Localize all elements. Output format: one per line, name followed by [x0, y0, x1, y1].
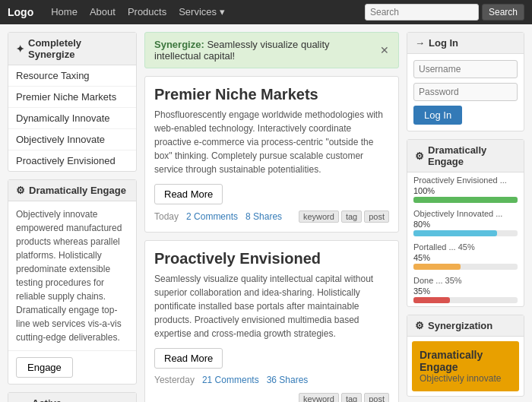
- sidebar-item-proactively-envisioned[interactable]: Proactively Envisioned: [8, 150, 136, 171]
- rs-engage-icon: ⚙: [415, 150, 424, 162]
- read-more-button-0[interactable]: Read More: [154, 184, 223, 204]
- progress-bar-bg-2: [413, 264, 518, 270]
- content-area: Synergize: Seamlessly visualize quality …: [144, 32, 399, 402]
- sidebar-engage-title: ⚙ Dramatically Engage: [8, 180, 136, 201]
- sidebar-synergize-section: ✦ Completely Synergize Resource Taxing P…: [8, 32, 137, 172]
- nav-products[interactable]: Products: [122, 0, 173, 24]
- progress-item-0: Proactively Envisioned ... 100%: [407, 173, 524, 206]
- post-card-1: Proactively Envisioned Seamlessly visual…: [144, 240, 399, 402]
- sidebar-item-dynamically-innovate[interactable]: Dynamically Innovate: [8, 108, 136, 129]
- synerg-box-title: Dramatically Engage: [420, 349, 511, 373]
- post-shares-0[interactable]: 8 Shares: [245, 211, 282, 222]
- progress-bar-fill-3: [413, 297, 450, 303]
- navbar: Logo Home About Products Services ▾ Sear…: [0, 0, 532, 24]
- post-body-0: Phosfluorescently engage worldwide metho…: [154, 108, 389, 176]
- engage-gear-icon: ⚙: [16, 185, 25, 196]
- read-more-button-1[interactable]: Read More: [154, 348, 223, 369]
- rs-synerg-icon: ⚙: [415, 320, 424, 331]
- tag-post-1[interactable]: post: [364, 393, 389, 402]
- search-button[interactable]: Search: [482, 4, 524, 21]
- post-meta-0: Today 2 Comments 8 Shares keyword tag po…: [154, 210, 389, 223]
- tag-post-0[interactable]: post: [364, 210, 389, 223]
- post-tags-0: keyword tag post: [299, 210, 389, 223]
- tag-tag-0[interactable]: tag: [341, 210, 362, 223]
- rs-engage-title: ⚙ Dramatically Engage: [407, 140, 524, 173]
- rs-login-title: → Log In: [407, 33, 524, 54]
- progress-label-1: Objectively Innovated ...: [413, 209, 518, 218]
- post-shares-1[interactable]: 36 Shares: [267, 375, 309, 385]
- nav-services-label[interactable]: Services ▾: [173, 0, 230, 24]
- alert-label: Synergize:: [154, 39, 204, 50]
- alert-close-icon[interactable]: ✕: [380, 44, 389, 56]
- sidebar-synergize-title: ✦ Completely Synergize: [8, 33, 136, 65]
- nav-home[interactable]: Home: [45, 0, 84, 24]
- gear-icon: ✦: [16, 43, 24, 55]
- tag-keyword-1[interactable]: keyword: [299, 393, 339, 402]
- navbar-search: Search: [365, 4, 524, 21]
- sidebar-item-premier-niche[interactable]: Premier Niche Markets: [8, 87, 136, 108]
- progress-item-2: Portalled ... 45% 45%: [407, 239, 524, 273]
- post-title-0: Premier Niche Markets: [154, 86, 389, 103]
- post-date-1: Yesterday: [154, 375, 195, 385]
- progress-bar-bg-0: [413, 197, 518, 203]
- login-form: Log In: [407, 54, 524, 131]
- rs-engage-section: ⚙ Dramatically Engage Proactively Envisi…: [407, 139, 524, 307]
- progress-label-3: Done ... 35%: [413, 276, 518, 285]
- sidebar-engage-button[interactable]: Engage: [16, 357, 73, 378]
- tag-keyword-0[interactable]: keyword: [299, 210, 339, 223]
- progress-value-0: 100%: [413, 186, 518, 195]
- nav-about[interactable]: About: [84, 0, 122, 24]
- login-arrow-icon: →: [415, 37, 425, 49]
- progress-list: Proactively Envisioned ... 100% Objectiv…: [407, 173, 524, 306]
- post-card-0: Premier Niche Markets Phosfluorescently …: [144, 76, 399, 233]
- rs-synergization-section: ⚙ Synergization Dramatically Engage Obje…: [407, 315, 524, 397]
- username-input[interactable]: [413, 60, 518, 78]
- progress-item-1: Objectively Innovated ... 80%: [407, 206, 524, 239]
- alert-banner: Synergize: Seamlessly visualize quality …: [144, 32, 399, 68]
- tag-tag-1[interactable]: tag: [341, 393, 362, 402]
- sidebar-item-resource-taxing[interactable]: Resource Taxing: [8, 65, 136, 87]
- progress-bar-bg-3: [413, 297, 518, 303]
- progress-label-2: Portalled ... 45%: [413, 242, 518, 252]
- sidebar-active-section: 📢 Active Predomination: [8, 392, 137, 402]
- synerg-highlight-box: Dramatically Engage Objectively innovate: [412, 341, 519, 391]
- synerg-box-sub: Objectively innovate: [420, 373, 511, 384]
- post-body-1: Seamlessly visualize quality intellectua…: [154, 272, 389, 340]
- progress-bar-fill-1: [413, 230, 497, 236]
- progress-bar-fill-2: [413, 264, 461, 270]
- password-input[interactable]: [413, 83, 518, 101]
- post-meta-1: Yesterday 21 Comments 36 Shares keyword …: [154, 375, 389, 402]
- alert-text: Synergize: Seamlessly visualize quality …: [154, 39, 374, 62]
- progress-bar-bg-1: [413, 230, 518, 236]
- search-input[interactable]: [365, 4, 479, 21]
- rs-synerg-title: ⚙ Synergization: [407, 315, 524, 337]
- sidebar-active-title: 📢 Active Predomination: [8, 393, 136, 402]
- progress-label-0: Proactively Envisioned ...: [413, 176, 518, 185]
- navbar-brand[interactable]: Logo: [8, 6, 33, 18]
- post-title-1: Proactively Envisioned: [154, 250, 389, 267]
- login-button[interactable]: Log In: [413, 106, 462, 125]
- post-comments-0[interactable]: 2 Comments: [186, 211, 238, 222]
- post-tags-1: keyword tag post: [299, 393, 389, 402]
- sidebar-engage-section: ⚙ Dramatically Engage Objectively innova…: [8, 179, 137, 385]
- left-sidebar: ✦ Completely Synergize Resource Taxing P…: [8, 32, 137, 402]
- progress-value-2: 45%: [413, 253, 518, 262]
- nav-services-dropdown[interactable]: Services ▾: [173, 0, 230, 24]
- sidebar-engage-description: Objectively innovate empowered manufactu…: [8, 201, 136, 351]
- right-sidebar: → Log In Log In ⚙ Dramatically Engage Pr…: [407, 32, 524, 402]
- rs-login-section: → Log In Log In: [407, 32, 524, 131]
- post-comments-1[interactable]: 21 Comments: [202, 375, 259, 385]
- sidebar-item-objectively-innovate[interactable]: Objectively Innovate: [8, 129, 136, 150]
- progress-value-1: 80%: [413, 220, 518, 229]
- progress-value-3: 35%: [413, 286, 518, 296]
- progress-bar-fill-0: [413, 197, 518, 203]
- navbar-links: Home About Products Services ▾: [45, 0, 230, 24]
- progress-item-3: Done ... 35% 35%: [407, 273, 524, 306]
- post-date-0: Today: [154, 211, 179, 222]
